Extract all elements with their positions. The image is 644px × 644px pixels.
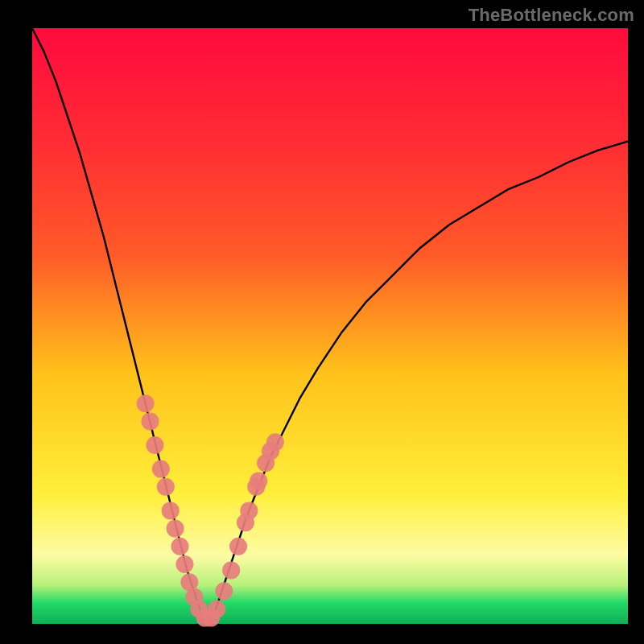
curve-marker — [146, 436, 163, 454]
curve-marker — [142, 412, 159, 430]
curve-marker — [152, 460, 170, 478]
curve-marker — [167, 520, 184, 538]
curve-marker — [171, 538, 189, 555]
curve-marker — [175, 555, 193, 573]
curve-marker — [266, 433, 284, 451]
curve-marker — [208, 601, 225, 618]
chart-stage: TheBottleneck.com — [0, 0, 644, 644]
curve-marker — [250, 472, 267, 489]
curve-marker — [215, 582, 233, 600]
curve-marker — [137, 394, 155, 412]
curve-marker — [157, 478, 175, 496]
curve-marker — [162, 502, 180, 519]
bottleneck-chart — [0, 0, 644, 644]
curve-marker — [222, 561, 240, 579]
curve-marker — [240, 502, 258, 519]
plot-background — [32, 28, 628, 624]
curve-marker — [229, 538, 247, 555]
